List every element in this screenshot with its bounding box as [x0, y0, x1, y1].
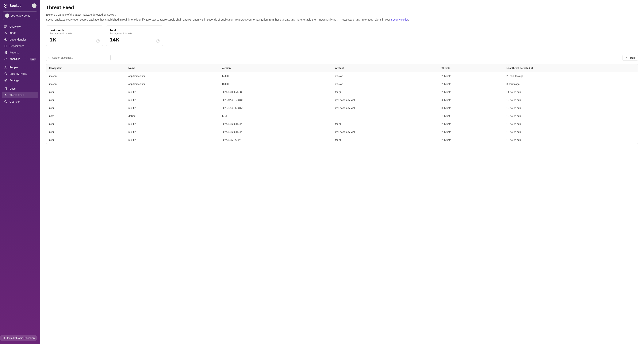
sidebar-item-dependencies[interactable]: Dependencies [2, 37, 38, 43]
cell-artifact: tar-gz [332, 136, 438, 144]
help-icon[interactable]: ? [156, 39, 160, 43]
gear-icon [4, 79, 7, 82]
sidebar-item-alerts[interactable]: Alerts [2, 30, 38, 36]
svg-rect-9 [5, 45, 7, 47]
table-row[interactable]: pypimeutils2024.6.26.9.31.22py3-none-any… [46, 128, 638, 136]
sidebar-item-security-policy[interactable]: Security Policy [2, 71, 38, 77]
nav-label: Analytics [10, 58, 20, 61]
page-subtitle: Explore a sample of the latest malware d… [46, 13, 638, 16]
report-icon [4, 51, 7, 54]
cell-version: 2024.6.20.9.51.58 [219, 88, 332, 96]
cell-name: meutils [126, 120, 219, 128]
cell-artifact: — [332, 112, 438, 120]
cell-threats: 2 threats [438, 80, 504, 88]
nav-label: Reports [10, 51, 19, 54]
sidebar-item-overview[interactable]: Overview [2, 24, 38, 30]
svg-rect-16 [5, 88, 6, 90]
cell-ecosystem: maven [46, 72, 126, 80]
cell-artifact: ext=jar [332, 80, 438, 88]
stat-sub: Packages with threats [50, 32, 100, 35]
cell-name: meutils [126, 88, 219, 96]
sidebar-item-reports[interactable]: Reports [2, 50, 38, 56]
cell-artifact: py3-none-any-whl [332, 128, 438, 136]
brand-text: Socket [10, 4, 21, 8]
nav-label: Dependencies [10, 38, 26, 41]
cell-detected: 12 hours ago [504, 112, 638, 120]
cell-detected: 12 hours ago [504, 96, 638, 104]
desc-post: . [408, 18, 409, 21]
column-header[interactable]: Last threat detected at [504, 64, 638, 72]
svg-rect-4 [6, 27, 7, 28]
search-icon [48, 57, 50, 59]
table-row[interactable]: npmdellingr1.0.1—1 threat12 hours ago [46, 112, 638, 120]
help-icon[interactable]: ? [96, 39, 100, 43]
cell-version: 14.0.0 [219, 72, 332, 80]
sidebar-item-analytics[interactable]: AnalyticsNew [2, 56, 38, 62]
sidebar-item-get-help[interactable]: Get help [2, 99, 38, 105]
sidebar-item-repositories[interactable]: Repositories [2, 43, 38, 49]
people-icon [4, 66, 7, 69]
svg-point-23 [48, 57, 50, 58]
cell-name: meutils [126, 96, 219, 104]
shield-icon [4, 72, 7, 75]
cell-version: 13.0.0 [219, 80, 332, 88]
table-row[interactable]: pypimeutils2023.3.14.11.23.58py3-none-an… [46, 104, 638, 112]
stat-value: 1K [50, 37, 100, 43]
org-avatar-icon [5, 14, 9, 18]
table-row[interactable]: pypimeutils2024.6.26.9.31.22tar-gz2 thre… [46, 120, 638, 128]
security-policy-link[interactable]: Security Policy [391, 18, 408, 21]
cell-threats: 2 threats [438, 88, 504, 96]
desc-pre: Socket analyzes every open source packag… [46, 18, 391, 21]
cell-threats: 2 threats [438, 128, 504, 136]
table-row[interactable]: pypimeutils2024.6.20.9.51.58tar-gz2 thre… [46, 88, 638, 96]
cell-threats: 1 threat [438, 112, 504, 120]
grid-icon [4, 25, 7, 28]
column-header[interactable]: Threats [438, 64, 504, 72]
cell-version: 2023.3.14.11.23.58 [219, 104, 332, 112]
cell-name: app-framework [126, 72, 219, 80]
cell-detected: 13 hours ago [504, 120, 638, 128]
alert-icon [4, 32, 7, 35]
sidebar-item-threat-feed[interactable]: Threat Feed [2, 92, 38, 98]
cell-ecosystem: npm [46, 112, 126, 120]
sidebar-item-settings[interactable]: Settings [2, 77, 38, 83]
cell-artifact: py3-none-any-whl [332, 104, 438, 112]
svg-point-0 [5, 5, 6, 6]
svg-line-6 [4, 39, 6, 40]
svg-point-22 [4, 101, 7, 103]
stat-label: Last month [50, 29, 100, 32]
column-header[interactable]: Name [126, 64, 219, 72]
chevron-down-icon: ⌄ [33, 15, 35, 17]
cell-detected: 11 hours ago [504, 88, 638, 96]
install-label: Install Chrome Extension [7, 336, 35, 339]
org-switcher[interactable]: socketdev-demo ⌄ [3, 12, 37, 20]
search-input[interactable] [46, 55, 111, 61]
cell-version: 2023.12.4.18.23.33 [219, 96, 332, 104]
cell-threats: 4 threats [438, 96, 504, 104]
table-header-row: EcosystemNameVersionArtifactThreatsLast … [46, 64, 638, 72]
sidebar-item-people[interactable]: People [2, 64, 38, 70]
column-header[interactable]: Ecosystem [46, 64, 126, 72]
table-row[interactable]: mavenapp-framework14.0.0ext=jar2 threats… [46, 72, 638, 80]
cell-artifact: tar-gz [332, 120, 438, 128]
cell-name: meutils [126, 104, 219, 112]
column-header[interactable]: Artifact [332, 64, 438, 72]
nav-label: Security Policy [10, 72, 27, 75]
column-header[interactable]: Version [219, 64, 332, 72]
cell-ecosystem: pypi [46, 120, 126, 128]
table-row[interactable]: pypimeutils2024.6.25.14.52.1tar-gz2 thre… [46, 136, 638, 144]
table-row[interactable]: mavenapp-framework13.0.0ext=jar2 threats… [46, 80, 638, 88]
table-body: mavenapp-framework14.0.0ext=jar2 threats… [46, 72, 638, 144]
install-extension-button[interactable]: Install Chrome Extension [0, 335, 38, 341]
cell-version: 1.0.1 [219, 112, 332, 120]
threats-table: EcosystemNameVersionArtifactThreatsLast … [46, 64, 638, 144]
filters-button[interactable]: Filters [622, 55, 638, 61]
org-name: socketdev-demo [11, 14, 32, 17]
logo[interactable]: Socket [4, 4, 21, 8]
user-avatar[interactable] [32, 4, 36, 8]
nav-tertiary: DocsThreat FeedGet help [2, 86, 38, 105]
divider [46, 51, 638, 51]
sidebar-item-docs[interactable]: Docs [2, 86, 38, 92]
svg-point-18 [5, 95, 6, 96]
table-row[interactable]: pypimeutils2023.12.4.18.23.33py3-none-an… [46, 96, 638, 104]
